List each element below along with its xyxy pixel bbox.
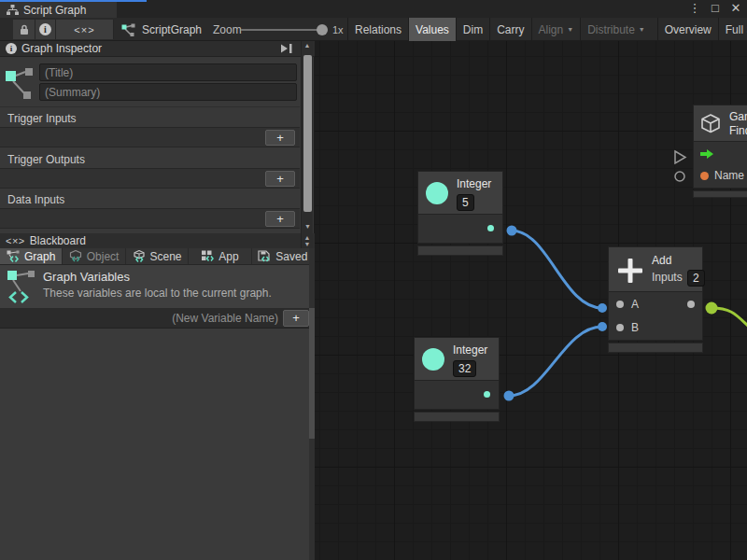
inputs-count-field[interactable]: 2 — [687, 270, 705, 287]
tab-app[interactable]: App — [189, 248, 251, 264]
wire-add-output — [712, 308, 747, 328]
integer-literal-icon — [422, 348, 444, 371]
zoom-slider-handle[interactable] — [317, 24, 328, 35]
wire-int1-to-addA — [512, 231, 602, 308]
graph-title-field[interactable] — [39, 63, 297, 81]
node-value-bar — [693, 190, 747, 198]
plus-icon — [616, 257, 644, 285]
inspector-scrollbar[interactable]: ▲ ▼ — [301, 41, 313, 233]
graph-breadcrumb[interactable]: ScriptGraph — [121, 18, 202, 41]
node-integer-32[interactable]: Integer 32 — [414, 337, 500, 422]
maximize-icon[interactable]: □ — [708, 1, 723, 15]
scroll-up-icon[interactable]: ▲ — [302, 233, 313, 241]
add-trigger-output-button[interactable]: + — [265, 171, 295, 187]
info-icon: i — [6, 43, 17, 54]
app-variables-icon — [201, 250, 215, 262]
values-button[interactable]: Values — [408, 18, 456, 41]
wire-endpoint-blue[interactable] — [598, 303, 607, 313]
wire-endpoint-blue[interactable] — [598, 322, 607, 331]
variables-empty-area — [0, 329, 309, 560]
full-screen-button[interactable]: Full Screen — [718, 18, 747, 41]
graph-variables-icon — [7, 250, 21, 262]
add-variable-button[interactable]: + — [283, 310, 309, 327]
graph-summary-field[interactable] — [39, 83, 297, 101]
carry-button[interactable]: Carry — [489, 18, 530, 41]
graph-variables-info: Graph Variables These variables are loca… — [0, 265, 315, 308]
saved-variables-icon — [258, 250, 272, 262]
overview-button[interactable]: Overview — [657, 18, 718, 41]
wire-int2-to-addB — [509, 327, 602, 396]
data-inputs-list: + — [0, 208, 300, 229]
trigger-inputs-label: Trigger Inputs — [7, 112, 77, 125]
node-integer-5[interactable]: Integer 5 — [417, 171, 503, 256]
add-data-input-button[interactable]: + — [265, 211, 295, 227]
add-trigger-input-button[interactable]: + — [265, 130, 295, 146]
object-variables-icon — [69, 250, 83, 262]
hierarchy-icon — [7, 5, 19, 15]
integer-value-field[interactable]: 32 — [453, 360, 476, 377]
trigger-outputs-label: Trigger Outputs — [7, 153, 85, 166]
graph-variables-large-icon — [7, 269, 37, 304]
tab-scene[interactable]: Scene — [126, 248, 189, 264]
input-port-b[interactable] — [616, 324, 624, 331]
scrollbar-thumb[interactable] — [303, 55, 312, 212]
wire-endpoint-blue[interactable] — [504, 391, 514, 401]
tab-title: Script Graph — [23, 4, 86, 17]
tab-saved[interactable]: Saved — [252, 248, 315, 264]
name-port-label: Name — [714, 169, 744, 182]
distribute-dropdown[interactable]: Distribute ▼ — [580, 18, 652, 41]
script-graph-icon — [121, 22, 135, 36]
angle-x-icon: <×> — [74, 24, 94, 35]
tab-object[interactable]: Object — [63, 248, 125, 264]
scroll-down-icon[interactable]: ▼ — [302, 241, 313, 248]
tab-graph[interactable]: Graph — [0, 248, 63, 264]
new-variable-input[interactable] — [4, 309, 278, 327]
graph-inspector-header: i Graph Inspector — [0, 41, 315, 57]
lock-button[interactable] — [13, 20, 35, 39]
graph-title-icon — [6, 65, 34, 103]
inputs-label: Inputs — [652, 271, 683, 284]
blackboard-title: Blackboard — [30, 234, 86, 247]
trigger-input-marker[interactable] — [675, 151, 685, 163]
graph-canvas[interactable]: Integer 5 Integer 32 — [315, 41, 747, 560]
close-icon[interactable]: ✕ — [728, 1, 743, 15]
dock-icon[interactable] — [279, 43, 294, 54]
scroll-down-icon[interactable]: ▼ — [302, 222, 314, 231]
blackboard-header: <×> Blackboard — [0, 233, 315, 249]
gameobject-cube-icon — [698, 112, 723, 136]
blackboard-scroll-arrows[interactable]: ▲ ▼ — [301, 233, 313, 249]
trigger-port-arrow-icon[interactable] — [699, 148, 714, 160]
zoom-value: 1x — [332, 18, 344, 41]
node-value-bar — [414, 412, 500, 422]
node-title-line1: GameObject — [729, 110, 747, 123]
window-menu-icon[interactable]: ⋮ — [687, 1, 702, 15]
input-port-a[interactable] — [616, 301, 624, 308]
script-graph-window: Script Graph ⋮ □ ✕ i <×> — [0, 0, 747, 560]
name-input-port[interactable] — [700, 172, 709, 180]
graph-variables-description: These variables are local to the current… — [43, 287, 272, 300]
graph-name: ScriptGraph — [142, 23, 202, 36]
relations-button[interactable]: Relations — [347, 18, 408, 41]
lock-icon — [19, 23, 30, 35]
scroll-up-icon[interactable]: ▲ — [302, 41, 313, 50]
output-port[interactable] — [687, 301, 695, 308]
output-port[interactable] — [487, 225, 494, 231]
node-add[interactable]: Add Inputs 2 A B — [608, 246, 703, 353]
data-input-marker[interactable] — [675, 172, 684, 181]
wire-endpoint-blue[interactable] — [507, 226, 517, 236]
variables-toggle-button[interactable]: <×> — [56, 20, 114, 39]
wire-endpoint-green[interactable] — [706, 302, 718, 315]
output-port[interactable] — [484, 391, 490, 398]
node-gameobject-find[interactable]: GameObject Find Name — [693, 105, 747, 198]
data-inputs-label: Data Inputs — [7, 193, 64, 206]
integer-value-field[interactable]: 5 — [457, 194, 474, 211]
port-a-label: A — [631, 298, 639, 311]
inspect-button[interactable]: i — [35, 20, 56, 39]
zoom-slider-track[interactable] — [241, 29, 323, 31]
trigger-outputs-list: + — [0, 168, 300, 189]
dim-button[interactable]: Dim — [456, 18, 489, 41]
integer-literal-icon — [426, 182, 448, 204]
tab-script-graph[interactable]: Script Graph — [0, 2, 117, 18]
scene-variables-icon — [133, 250, 147, 262]
align-dropdown[interactable]: Align ▼ — [531, 18, 581, 41]
